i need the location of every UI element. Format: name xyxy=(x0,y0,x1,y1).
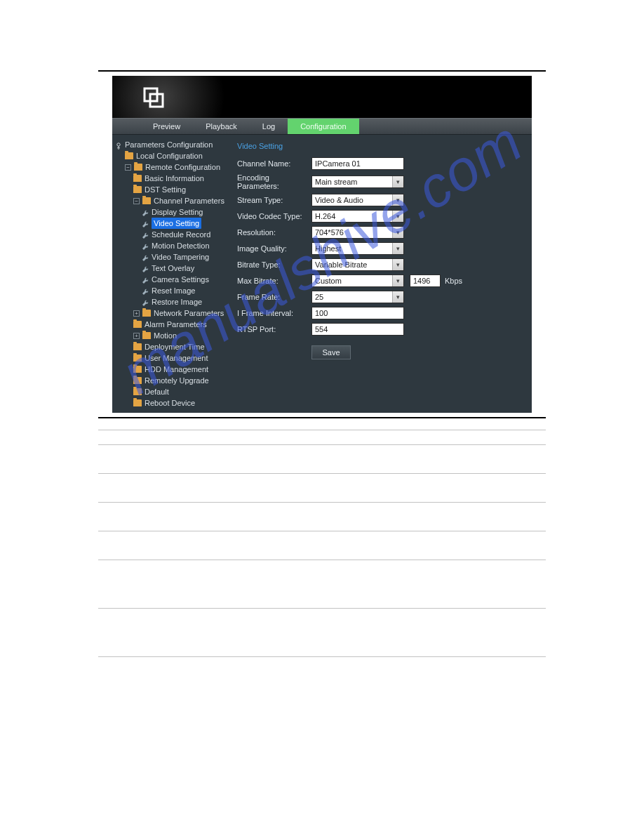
tree-camera-settings[interactable]: Camera Settings xyxy=(112,274,229,285)
select-value: 704*576 xyxy=(315,228,344,237)
tree-reboot[interactable]: Reboot Device xyxy=(112,397,229,409)
folder-icon xyxy=(133,321,142,328)
app-window: Preview Playback Log Configuration Param… xyxy=(112,76,532,413)
tree-channel-params[interactable]: − Channel Parameters xyxy=(112,195,229,206)
label-image-quality: Image Quality: xyxy=(234,244,311,253)
chevron-down-icon: ▾ xyxy=(392,176,403,187)
collapse-icon[interactable]: − xyxy=(125,164,131,171)
expand-icon[interactable]: + xyxy=(133,333,140,339)
tree-schedule-record[interactable]: Schedule Record xyxy=(112,229,229,240)
label-stream-type: Stream Type: xyxy=(234,196,311,204)
tree-root[interactable]: Parameters Configuration xyxy=(112,139,229,150)
input-i-frame[interactable] xyxy=(311,307,404,319)
select-encoding-params[interactable]: Main stream ▾ xyxy=(311,176,404,188)
input-channel-name[interactable] xyxy=(311,157,404,170)
chevron-down-icon: ▾ xyxy=(392,227,403,238)
select-bitrate-type[interactable]: Variable Bitrate ▾ xyxy=(311,258,404,271)
tab-preview[interactable]: Preview xyxy=(140,119,193,134)
select-value: Highest xyxy=(315,244,341,253)
tree-label: HDD Management xyxy=(145,364,208,375)
folder-icon xyxy=(142,332,151,339)
collapse-icon[interactable]: − xyxy=(133,198,140,204)
tab-configuration[interactable]: Configuration xyxy=(288,119,358,134)
select-stream-type[interactable]: Video & Audio ▾ xyxy=(311,194,404,206)
chevron-down-icon: ▾ xyxy=(392,211,403,222)
chevron-down-icon: ▾ xyxy=(392,275,403,286)
chevron-down-icon: ▾ xyxy=(392,194,403,206)
tree-dst-setting[interactable]: DST Setting xyxy=(112,184,229,195)
tree-local-config[interactable]: Local Configuration xyxy=(112,150,229,161)
wrench-icon xyxy=(142,276,149,283)
tree-motion[interactable]: + Motion xyxy=(112,330,229,341)
select-value: Variable Bitrate xyxy=(315,260,367,269)
tree-basic-info[interactable]: Basic Information xyxy=(112,173,229,184)
tree-hdd-mgmt[interactable]: HDD Management xyxy=(112,364,229,375)
tree-user-mgmt[interactable]: User Management xyxy=(112,352,229,364)
folder-icon xyxy=(133,343,142,350)
tree-motion-detection[interactable]: Motion Detection xyxy=(112,240,229,251)
wrench-icon xyxy=(142,253,149,260)
tree-label: Camera Settings xyxy=(152,274,209,285)
tree-display-setting[interactable]: Display Setting xyxy=(112,206,229,218)
select-max-bitrate[interactable]: Custom ▾ xyxy=(311,274,404,287)
tree-label: Channel Parameters xyxy=(154,195,224,206)
select-value: Video & Audio xyxy=(315,196,363,204)
wrench-icon xyxy=(142,265,149,272)
label-encoding-params: Encoding Parameters: xyxy=(234,173,311,190)
unit-kbps: Kbps xyxy=(445,277,462,285)
wrench-icon xyxy=(142,220,149,227)
tree-video-setting[interactable]: Video Setting xyxy=(112,218,229,229)
config-sidebar: Parameters Configuration Local Configura… xyxy=(112,135,232,413)
wrench-icon xyxy=(142,231,149,238)
folder-icon xyxy=(133,399,142,406)
app-logo-icon xyxy=(140,84,166,110)
tree-label: Network Parameters xyxy=(154,307,224,319)
select-image-quality[interactable]: Highest ▾ xyxy=(311,242,404,255)
tree-label: Remotely Upgrade xyxy=(145,375,209,386)
chevron-down-icon: ▾ xyxy=(392,243,403,254)
chevron-down-icon: ▾ xyxy=(392,291,403,303)
tree-label: Reset Image xyxy=(152,285,195,296)
page-divider-bottom xyxy=(98,417,546,418)
tree-remotely-upgrade[interactable]: Remotely Upgrade xyxy=(112,375,229,386)
label-max-bitrate: Max Bitrate: xyxy=(234,277,311,285)
tree-label: Local Configuration xyxy=(136,150,203,161)
tree-deployment-time[interactable]: Deployment Time xyxy=(112,341,229,352)
tree-label: User Management xyxy=(145,352,208,364)
select-frame-rate[interactable]: 25 ▾ xyxy=(311,291,404,303)
tree-remote-config[interactable]: − Remote Configuration xyxy=(112,161,229,173)
tree-alarm-params[interactable]: Alarm Parameters xyxy=(112,319,229,330)
content-pane: Video Setting Channel Name: Encoding Par… xyxy=(232,135,532,413)
input-rtsp-port[interactable] xyxy=(311,323,404,336)
label-i-frame: I Frame Interval: xyxy=(234,309,311,317)
input-max-bitrate-custom[interactable] xyxy=(410,274,441,287)
tab-log[interactable]: Log xyxy=(250,119,288,134)
tree-video-tampering[interactable]: Video Tampering xyxy=(112,251,229,263)
expand-icon[interactable]: + xyxy=(133,310,140,317)
wrench-icon xyxy=(142,208,149,216)
folder-icon xyxy=(133,377,142,384)
select-value: H.264 xyxy=(315,212,335,220)
select-resolution[interactable]: 704*576 ▾ xyxy=(311,226,404,239)
label-channel-name: Channel Name: xyxy=(234,159,311,168)
tab-playback[interactable]: Playback xyxy=(193,119,250,134)
tree-label: Motion xyxy=(154,330,177,341)
tree-label: Display Setting xyxy=(152,206,203,218)
tree-label: Parameters Configuration xyxy=(125,139,213,150)
tree-text-overlay[interactable]: Text Overlay xyxy=(112,263,229,274)
tree-label: Remote Configuration xyxy=(145,161,220,173)
folder-icon xyxy=(142,197,151,204)
tree-default[interactable]: Default xyxy=(112,386,229,397)
tree-label: Basic Information xyxy=(145,173,204,184)
select-video-codec[interactable]: H.264 ▾ xyxy=(311,210,404,223)
label-bitrate-type: Bitrate Type: xyxy=(234,260,311,269)
save-button[interactable]: Save xyxy=(311,345,351,359)
tree-restore-image[interactable]: Restore Image xyxy=(112,296,229,307)
tree-network-params[interactable]: + Network Parameters xyxy=(112,307,229,319)
tree-reset-image[interactable]: Reset Image xyxy=(112,285,229,296)
tree-label: Text Overlay xyxy=(152,263,194,274)
tree-label: Video Tampering xyxy=(152,251,209,263)
doc-table xyxy=(98,430,546,685)
wrench-icon xyxy=(142,242,149,249)
wrench-icon xyxy=(142,298,149,305)
